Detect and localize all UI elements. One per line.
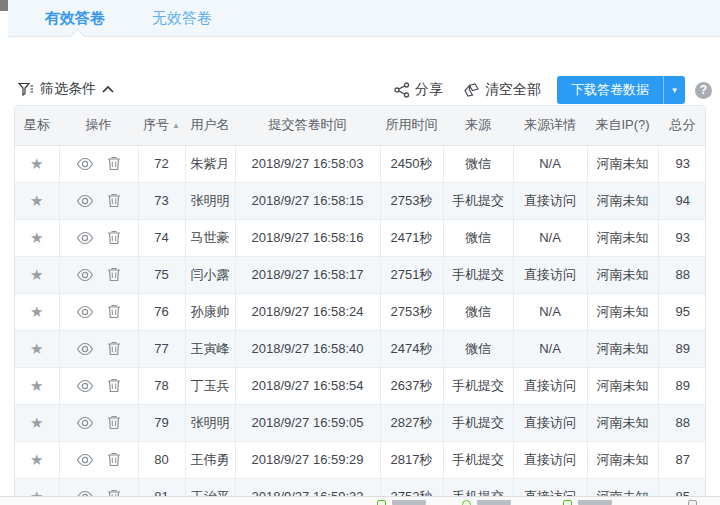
question-icon: ?	[700, 83, 707, 97]
clear-all-label: 清空全部	[485, 81, 541, 99]
delete-button[interactable]	[107, 304, 121, 319]
view-button[interactable]	[76, 305, 94, 319]
star-cell: ★	[15, 219, 59, 256]
duration-cell: 2637秒	[380, 367, 443, 404]
filter-conditions-toggle[interactable]: 筛选条件	[18, 80, 114, 98]
ip-cell: 河南未知	[587, 404, 658, 441]
score-cell: 94	[658, 182, 706, 219]
download-data-button[interactable]: 下载答卷数据	[557, 76, 663, 104]
username-cell: 马世豪	[185, 219, 235, 256]
ip-cell: 河南未知	[587, 441, 658, 478]
delete-button[interactable]	[107, 193, 121, 208]
star-cell: ★	[15, 441, 59, 478]
column-header-source-detail: 来源详情	[513, 106, 587, 145]
table-header: 星标 操作 序号▲ 用户名 提交答卷时间 所用时间 来源 来源详情 来自IP(?…	[15, 106, 706, 145]
star-icon[interactable]: ★	[30, 377, 43, 394]
username-cell: 朱紫月	[185, 145, 235, 182]
score-cell: 89	[658, 330, 706, 367]
trash-icon	[107, 304, 121, 319]
funnel-icon	[18, 82, 34, 97]
column-header-star: 星标	[15, 106, 59, 145]
star-icon[interactable]: ★	[30, 192, 43, 209]
seq-cell: 80	[138, 441, 185, 478]
source-detail-cell: 直接访问	[513, 404, 587, 441]
eye-icon	[76, 231, 94, 245]
star-icon[interactable]: ★	[30, 414, 43, 431]
ip-cell: 河南未知	[587, 367, 658, 404]
view-button[interactable]	[76, 157, 94, 171]
view-button[interactable]	[76, 231, 94, 245]
trash-icon	[107, 267, 121, 282]
actions-cell	[59, 441, 138, 478]
view-button[interactable]	[76, 268, 94, 282]
legend-fragment-text	[578, 500, 612, 505]
ip-cell: 河南未知	[587, 182, 658, 219]
star-cell: ★	[15, 145, 59, 182]
view-button[interactable]	[76, 453, 94, 467]
username-cell: 张明明	[185, 182, 235, 219]
tab-invalid-responses[interactable]: 无效答卷	[152, 0, 212, 36]
responses-table: 星标 操作 序号▲ 用户名 提交答卷时间 所用时间 来源 来源详情 来自IP(?…	[14, 105, 706, 505]
star-cell: ★	[15, 330, 59, 367]
seq-cell: 74	[138, 219, 185, 256]
username-cell: 闫小露	[185, 256, 235, 293]
delete-button[interactable]	[107, 452, 121, 467]
star-icon[interactable]: ★	[30, 229, 43, 246]
column-header-seq[interactable]: 序号▲	[138, 106, 185, 145]
actions-cell	[59, 330, 138, 367]
view-button[interactable]	[76, 342, 94, 356]
score-cell: 93	[658, 219, 706, 256]
eye-icon	[76, 194, 94, 208]
source-cell: 微信	[443, 219, 513, 256]
view-button[interactable]	[76, 379, 94, 393]
table-body: ★	[15, 145, 706, 505]
star-cell: ★	[15, 182, 59, 219]
view-button[interactable]	[76, 416, 94, 430]
sort-asc-icon: ▲	[172, 121, 180, 130]
share-button[interactable]: 分享	[394, 81, 443, 99]
ip-cell: 河南未知	[587, 219, 658, 256]
help-button[interactable]: ?	[695, 82, 712, 99]
duration-cell: 2450秒	[380, 145, 443, 182]
source-cell: 手机提交	[443, 404, 513, 441]
duration-cell: 2474秒	[380, 330, 443, 367]
download-dropdown-toggle[interactable]: ▾	[663, 76, 685, 104]
seq-cell: 76	[138, 293, 185, 330]
table-row: ★	[15, 219, 706, 256]
star-cell: ★	[15, 256, 59, 293]
legend-fragment-icon	[563, 500, 572, 505]
column-header-ip[interactable]: 来自IP(?)	[587, 106, 658, 145]
actions-cell	[59, 404, 138, 441]
submit-time-cell: 2018/9/27 16:58:16	[235, 219, 380, 256]
score-cell: 87	[658, 441, 706, 478]
star-icon[interactable]: ★	[30, 155, 43, 172]
submit-time-cell: 2018/9/27 16:59:05	[235, 404, 380, 441]
star-cell: ★	[15, 293, 59, 330]
share-icon	[394, 82, 410, 98]
source-cell: 微信	[443, 145, 513, 182]
submit-time-cell: 2018/9/27 16:58:54	[235, 367, 380, 404]
trash-icon	[107, 230, 121, 245]
username-cell: 王寅峰	[185, 330, 235, 367]
delete-button[interactable]	[107, 341, 121, 356]
delete-button[interactable]	[107, 378, 121, 393]
delete-button[interactable]	[107, 230, 121, 245]
seq-cell: 77	[138, 330, 185, 367]
source-detail-cell: N/A	[513, 293, 587, 330]
ip-cell: 河南未知	[587, 256, 658, 293]
star-icon[interactable]: ★	[30, 303, 43, 320]
eye-icon	[76, 268, 94, 282]
delete-button[interactable]	[107, 267, 121, 282]
view-button[interactable]	[76, 194, 94, 208]
table-row: ★	[15, 404, 706, 441]
star-icon[interactable]: ★	[30, 340, 43, 357]
ip-cell: 河南未知	[587, 145, 658, 182]
star-icon[interactable]: ★	[30, 451, 43, 468]
caret-down-icon: ▾	[672, 85, 677, 95]
delete-button[interactable]	[107, 415, 121, 430]
duration-cell: 2753秒	[380, 293, 443, 330]
delete-button[interactable]	[107, 156, 121, 171]
star-icon[interactable]: ★	[30, 266, 43, 283]
source-cell: 手机提交	[443, 441, 513, 478]
clear-all-button[interactable]: 清空全部	[463, 81, 541, 99]
